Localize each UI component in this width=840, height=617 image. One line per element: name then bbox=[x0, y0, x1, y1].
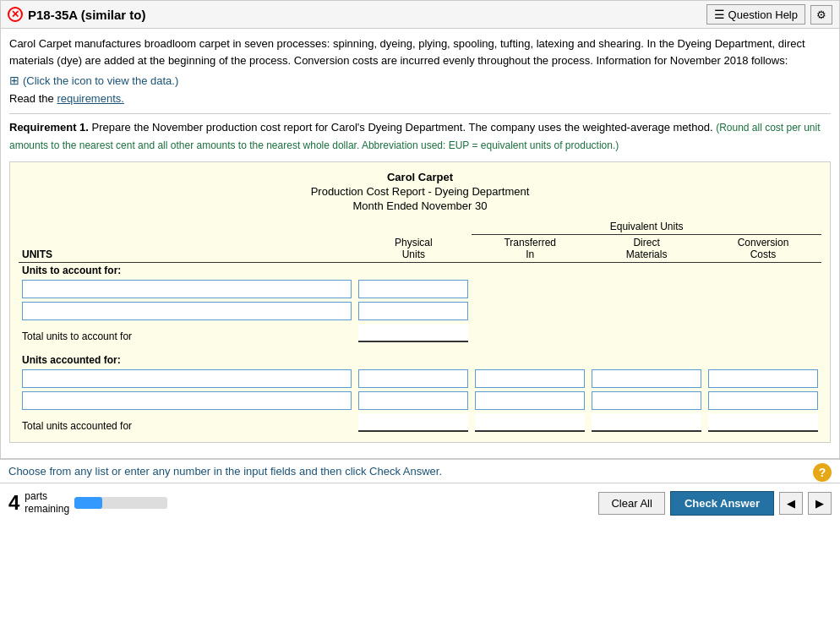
divider bbox=[9, 113, 831, 114]
parts-remaining: 4 parts remaining bbox=[8, 490, 167, 516]
table-row bbox=[19, 278, 821, 300]
total-units-accounted-row: Total units accounted for bbox=[19, 412, 821, 434]
table-row bbox=[19, 300, 821, 322]
requirement-label: Requirement 1. bbox=[9, 121, 89, 134]
list-icon: ☰ bbox=[714, 8, 725, 21]
table-row bbox=[19, 390, 821, 412]
total-units-account-row: Total units to account for bbox=[19, 322, 821, 344]
table-row bbox=[19, 368, 821, 390]
gear-icon: ⚙ bbox=[816, 8, 826, 21]
footer-buttons: Clear All Check Answer ◀ ▶ bbox=[598, 491, 832, 516]
conversion-costs-header: Conversion Costs bbox=[705, 234, 821, 262]
parts-label-line1: parts bbox=[25, 490, 69, 504]
next-button[interactable]: ▶ bbox=[808, 492, 832, 515]
units-accounted-row1-physical[interactable] bbox=[358, 369, 468, 388]
parts-number: 4 bbox=[8, 491, 19, 515]
units-accounted-label: Units accounted for: bbox=[19, 352, 355, 368]
units-accounted-row1-transferred[interactable] bbox=[475, 369, 585, 388]
report-title: Carol Carpet bbox=[19, 171, 821, 183]
total-accounted-transferred[interactable] bbox=[475, 413, 585, 432]
units-accounted-row2-conversion[interactable] bbox=[708, 391, 818, 410]
physical-units-header: Physical Units bbox=[355, 234, 472, 262]
settings-button[interactable]: ⚙ bbox=[810, 5, 832, 25]
grid-icon: ⊞ bbox=[9, 74, 19, 87]
clear-all-button[interactable]: Clear All bbox=[598, 492, 664, 515]
units-accounted-row2-direct[interactable] bbox=[592, 391, 701, 410]
total-units-account-label: Total units to account for bbox=[19, 322, 355, 344]
intro-paragraph: Carol Carpet manufactures broadloom carp… bbox=[9, 35, 831, 68]
total-accounted-direct[interactable] bbox=[592, 413, 701, 432]
hint-help-button[interactable]: ? bbox=[813, 463, 832, 482]
materials-label: Materials bbox=[592, 248, 701, 260]
units-label2: Units bbox=[358, 248, 468, 260]
units-accounted-row1-label[interactable] bbox=[22, 369, 352, 388]
units-accounted-row1-direct[interactable] bbox=[592, 369, 701, 388]
requirement-text: Requirement 1. Prepare the November prod… bbox=[9, 119, 831, 155]
question-help-label: Question Help bbox=[728, 8, 798, 21]
units-accounted-row1-conversion[interactable] bbox=[708, 369, 818, 388]
total-units-account-physical[interactable] bbox=[358, 324, 468, 342]
problem-title: P18-35A (similar to) bbox=[28, 8, 146, 22]
app-header: ✕ P18-35A (similar to) ☰ Question Help ⚙ bbox=[0, 0, 840, 29]
report-date: Month Ended November 30 bbox=[19, 199, 821, 212]
transferred-label: Transferred bbox=[475, 237, 585, 248]
requirement-body: Prepare the November production cost rep… bbox=[92, 121, 713, 134]
total-units-accounted-label: Total units accounted for bbox=[19, 412, 355, 434]
units-accounted-row2-transferred[interactable] bbox=[475, 391, 585, 410]
direct-materials-header: Direct Materials bbox=[588, 234, 705, 262]
total-accounted-physical[interactable] bbox=[358, 413, 468, 432]
total-accounted-conversion[interactable] bbox=[708, 413, 818, 432]
direct-label: Direct bbox=[592, 237, 701, 248]
data-link[interactable]: (Click the icon to view the data.) bbox=[23, 74, 178, 87]
costs-label: Costs bbox=[708, 248, 818, 260]
header-title-area: ✕ P18-35A (similar to) bbox=[8, 7, 146, 22]
units-accounted-row2-label[interactable] bbox=[22, 391, 352, 410]
physical-label: Physical bbox=[358, 237, 468, 248]
units-accounted-row2-physical[interactable] bbox=[358, 391, 468, 410]
close-icon: ✕ bbox=[8, 7, 23, 22]
parts-label: parts remaining bbox=[25, 490, 69, 516]
eq-units-header: Equivalent Units bbox=[472, 219, 821, 235]
units-account-row2-label[interactable] bbox=[22, 302, 352, 320]
prev-button[interactable]: ◀ bbox=[779, 492, 803, 515]
units-account-row1-label[interactable] bbox=[22, 280, 352, 298]
prod-table: Equivalent Units UNITS Physical Units Tr… bbox=[19, 219, 821, 434]
conversion-label: Conversion bbox=[708, 237, 818, 248]
bottom-hint: Choose from any list or enter any number… bbox=[0, 459, 840, 483]
production-cost-report: Carol Carpet Production Cost Report - Dy… bbox=[9, 161, 831, 443]
units-account-row1-physical[interactable] bbox=[358, 280, 468, 298]
footer-bar: 4 parts remaining Clear All Check Answer… bbox=[0, 483, 840, 523]
transferred-label2: In bbox=[475, 248, 585, 260]
units-account-row2-physical[interactable] bbox=[358, 302, 468, 320]
requirements-link[interactable]: requirements. bbox=[57, 92, 123, 105]
main-content: Carol Carpet manufactures broadloom carp… bbox=[0, 29, 840, 459]
header-actions: ☰ Question Help ⚙ bbox=[706, 4, 832, 25]
check-answer-button[interactable]: Check Answer bbox=[670, 491, 774, 516]
progress-bar bbox=[74, 497, 167, 509]
units-col-header: UNITS bbox=[19, 234, 355, 262]
question-help-button[interactable]: ☰ Question Help bbox=[706, 4, 805, 25]
units-to-account-label: Units to account for: bbox=[19, 262, 355, 278]
hint-text: Choose from any list or enter any number… bbox=[8, 465, 442, 478]
progress-bar-fill bbox=[74, 497, 102, 509]
report-subtitle: Production Cost Report - Dyeing Departme… bbox=[19, 185, 821, 198]
read-label: Read the bbox=[9, 92, 54, 105]
parts-label-line2: remaining bbox=[25, 503, 69, 516]
transferred-in-header: Transferred In bbox=[472, 234, 588, 262]
data-icon-row: ⊞ (Click the icon to view the data.) bbox=[9, 74, 831, 87]
requirements-row: Read the requirements. bbox=[9, 92, 831, 105]
